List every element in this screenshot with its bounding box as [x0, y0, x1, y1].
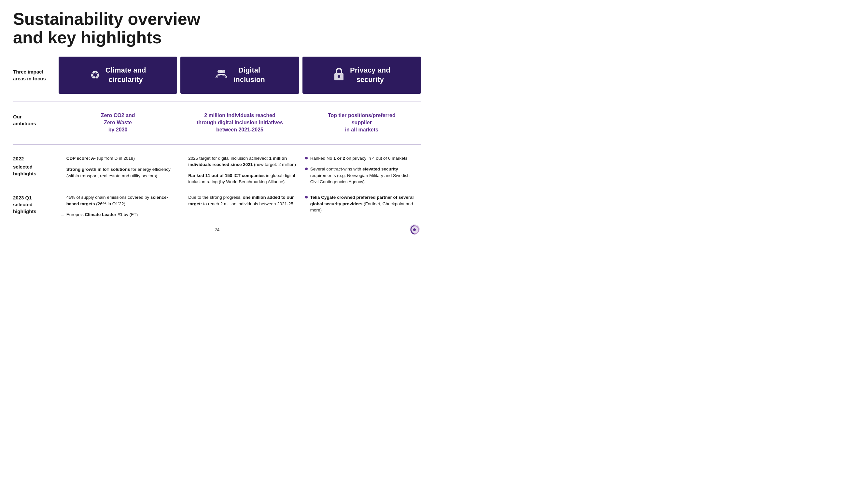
dash-icon: – [183, 194, 186, 201]
svg-point-6 [413, 228, 416, 231]
highlights-q1-columns: – 45% of supply chain emissions covered … [59, 194, 421, 223]
bullet-million: – 2025 target for digital inclusion achi… [183, 155, 296, 168]
ambitions-columns: Zero CO2 andZero Wasteby 2030 2 million … [59, 112, 421, 134]
highlights-2022-section: 2022 selected highlights – CDP score: A-… [13, 152, 421, 193]
bullet-ranked-ict-text: Ranked 11 out of 150 ICT companies in gl… [188, 172, 297, 185]
bullet-ranked-privacy-text: Ranked No 1 or 2 on privacy in 4 out of … [310, 155, 408, 162]
bullet-security-contracts: Several contract-wins with elevated secu… [305, 166, 418, 185]
people-icon [215, 67, 228, 83]
ambitions-section: Ourambitions Zero CO2 andZero Wasteby 20… [13, 109, 421, 137]
highlights-q1-sub: selected highlights [13, 201, 52, 215]
impact-areas-label: Three impact areas in focus [13, 68, 52, 82]
highlights-q1-climate-col: – 45% of supply chain emissions covered … [59, 194, 177, 223]
dot-icon [305, 157, 308, 159]
page-number: 24 [13, 227, 421, 232]
climate-card: ♻ Climate andcircularity [59, 57, 177, 93]
highlights-2022-columns: – CDP score: A- (up from D in 2018) – St… [59, 155, 421, 190]
highlights-2022-sub: selected highlights [13, 163, 52, 177]
highlights-2022-digital-col: – 2025 target for digital inclusion achi… [180, 155, 299, 190]
bullet-climate-leader-text: Europe's Climate Leader #1 by (FT) [66, 212, 138, 218]
dash-icon: – [61, 194, 64, 201]
dash-icon: – [61, 212, 64, 218]
impact-areas-section: Three impact areas in focus ♻ Climate an… [13, 57, 421, 93]
bullet-iot-text: Strong growth in IoT solutions for energ… [66, 166, 175, 179]
svg-point-2 [220, 70, 223, 73]
bullet-million-text: 2025 target for digital inclusion achiev… [188, 155, 297, 168]
dash-icon: – [183, 172, 186, 179]
digital-card: Digitalinclusion [180, 57, 299, 93]
bullet-ranked-ict: – Ranked 11 out of 150 ICT companies in … [183, 172, 296, 185]
highlights-q1-year: 2023 Q1 [13, 194, 52, 201]
recycle-icon: ♻ [90, 69, 100, 81]
highlights-2022-label-col: 2022 selected highlights [13, 155, 52, 190]
highlights-q1-label-col: 2023 Q1 selected highlights [13, 194, 52, 223]
telia-logo [408, 223, 421, 237]
divider-2 [13, 144, 421, 145]
ambition-privacy-text: Top tier positions/preferredsupplierin a… [306, 112, 418, 134]
privacy-card: Privacy andsecurity [303, 57, 421, 93]
bullet-cygate-text: Telia Cygate crowned preferred partner o… [310, 194, 418, 214]
digital-card-label: Digitalinclusion [234, 66, 265, 84]
ambition-climate: Zero CO2 andZero Wasteby 2030 [59, 112, 177, 134]
highlights-q1-digital-col: – Due to the strong progress, one millio… [180, 194, 299, 223]
page-title: Sustainability overview and key highligh… [13, 10, 421, 47]
ambition-digital-text: 2 million individuals reachedthrough dig… [184, 112, 296, 134]
bullet-one-million-text: Due to the strong progress, one million … [188, 194, 297, 207]
bullet-climate-leader: – Europe's Climate Leader #1 by (FT) [61, 212, 175, 218]
dash-icon: – [61, 155, 64, 162]
bullet-cdp: – CDP score: A- (up from D in 2018) [61, 155, 175, 162]
dot-icon [305, 196, 308, 198]
bullet-supply: – 45% of supply chain emissions covered … [61, 194, 175, 207]
ambitions-label: Ourambitions [13, 112, 52, 127]
lock-icon [333, 67, 345, 83]
highlights-2022-year: 2022 [13, 155, 52, 162]
climate-card-label: Climate andcircularity [105, 66, 146, 84]
ambition-privacy: Top tier positions/preferredsupplierin a… [303, 112, 421, 134]
bullet-security-text: Several contract-wins with elevated secu… [310, 166, 418, 185]
bullet-cdp-text: CDP score: A- (up from D in 2018) [66, 155, 135, 162]
ambition-digital: 2 million individuals reachedthrough dig… [180, 112, 299, 134]
svg-rect-5 [339, 76, 340, 78]
bullet-supply-text: 45% of supply chain emissions covered by… [66, 194, 175, 207]
bullet-ranked-privacy: Ranked No 1 or 2 on privacy in 4 out of … [305, 155, 418, 162]
dash-icon: – [61, 166, 64, 173]
dash-icon: – [183, 155, 186, 162]
impact-cards-container: ♻ Climate andcircularity Digitalinclusio… [59, 57, 421, 93]
divider-1 [13, 101, 421, 101]
bullet-cygate: Telia Cygate crowned preferred partner o… [305, 194, 418, 214]
dot-icon [305, 167, 308, 170]
highlights-2022-privacy-col: Ranked No 1 or 2 on privacy in 4 out of … [303, 155, 421, 190]
bullet-one-million: – Due to the strong progress, one millio… [183, 194, 296, 207]
highlights-q1-section: 2023 Q1 selected highlights – 45% of sup… [13, 193, 421, 224]
highlights-2022-climate-col: – CDP score: A- (up from D in 2018) – St… [59, 155, 177, 190]
highlights-q1-privacy-col: Telia Cygate crowned preferred partner o… [303, 194, 421, 223]
bullet-iot: – Strong growth in IoT solutions for ene… [61, 166, 175, 179]
ambition-climate-text: Zero CO2 andZero Wasteby 2030 [62, 112, 174, 134]
privacy-card-label: Privacy andsecurity [350, 66, 391, 84]
